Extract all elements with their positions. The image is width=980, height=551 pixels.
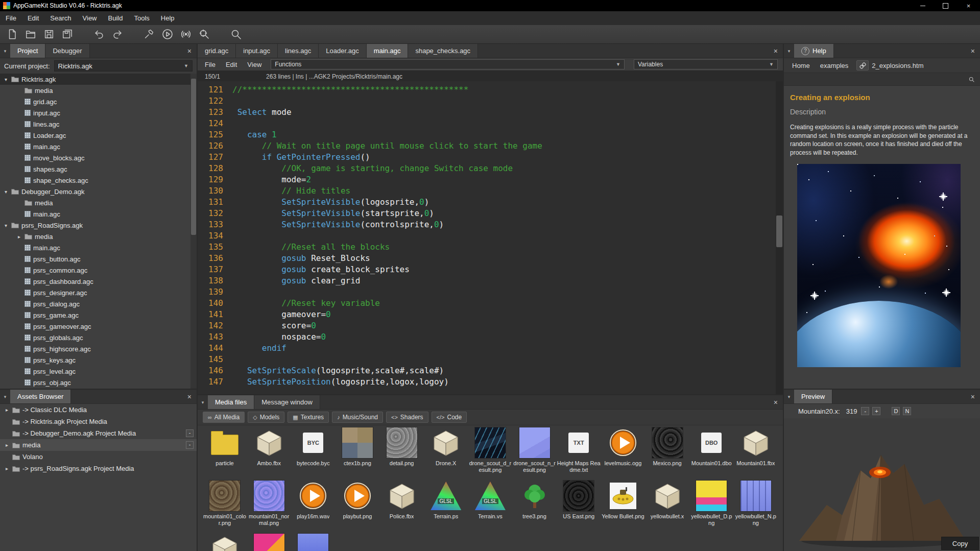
panel-menu-icon[interactable]: ▾	[784, 390, 794, 403]
tree-item-debugger-demo-agk[interactable]: ▾Debugger_Demo.agk	[0, 186, 190, 197]
media-item-levelmusic-ogg[interactable]: levelmusic.ogg	[601, 427, 645, 480]
tree-item-psrs-globals-agc[interactable]: psrs_globals.agc	[0, 332, 190, 343]
tree-item-psrs-button-agc[interactable]: psrs_button.agc	[0, 253, 190, 265]
filter-shaders[interactable]: <>Shaders	[386, 412, 428, 423]
media-item-police-fbx[interactable]: Police.fbx	[380, 480, 424, 533]
media-item-terrain-vs[interactable]: GLSLTerrain.vs	[468, 480, 512, 533]
editor-menu-edit[interactable]: Edit	[221, 60, 242, 69]
scrollbar-thumb[interactable]	[776, 215, 782, 247]
decrement-button[interactable]: -	[861, 407, 869, 415]
tree-item-input-agc[interactable]: input.agc	[0, 107, 190, 118]
tree-item-main-agc[interactable]: main.agc	[0, 208, 190, 220]
tree-item-grid-agc[interactable]: grid.agc	[0, 96, 190, 107]
editor-tab-grid-agc[interactable]: grid.agc	[198, 44, 236, 58]
tree-item-psrs-dashboard-agc[interactable]: psrs_dashboard.agc	[0, 276, 190, 287]
media-item-yellowbullet-d-png[interactable]: yellowbullet_D.png	[689, 480, 733, 533]
editor-tab-lines-agc[interactable]: lines.agc	[278, 44, 319, 58]
chevron-collapsed-icon[interactable]: ▸	[4, 442, 10, 448]
filter-code[interactable]: </>Code	[432, 412, 467, 423]
media-item[interactable]	[291, 533, 335, 551]
tree-item-media[interactable]: media	[0, 197, 190, 208]
tree-item-psrs-roadsigns-agk[interactable]: ▾psrs_RoadSigns.agk	[0, 220, 190, 231]
menu-search[interactable]: Search	[44, 12, 77, 24]
tree-item-media[interactable]: media	[0, 85, 190, 96]
media-item-ctex1b-png[interactable]: ctex1b.png	[336, 427, 379, 480]
media-item-mountain01-normal-png[interactable]: mountain01_normal.png	[247, 480, 291, 533]
asset-item-media[interactable]: ▸media-	[0, 439, 197, 451]
debug-button[interactable]	[195, 26, 213, 42]
tree-item-psrs-obj-agc[interactable]: psrs_obj.agc	[0, 377, 190, 388]
tree-item-psrs-designer-agc[interactable]: psrs_designer.agc	[0, 287, 190, 298]
help-panel-close-icon[interactable]: ×	[966, 44, 980, 58]
minimize-button[interactable]	[911, 0, 934, 11]
broadcast-button[interactable]	[177, 26, 195, 42]
new-file-button[interactable]	[3, 26, 21, 42]
assets-panel-close-icon[interactable]: ×	[182, 390, 197, 403]
copy-button[interactable]: Copy	[941, 537, 979, 550]
tree-item-psrs-level-agc[interactable]: psrs_level.agc	[0, 366, 190, 377]
media-item-drone-x[interactable]: Drone.X	[424, 427, 468, 480]
tree-item-psrs-gameover-agc[interactable]: psrs_gameover.agc	[0, 321, 190, 332]
tab-media-files[interactable]: Media files	[208, 395, 254, 409]
media-item-yellowbullet-x[interactable]: yellowbullet.x	[646, 480, 689, 533]
media-item-play16m-wav[interactable]: play16m.wav	[291, 480, 335, 533]
chevron-collapsed-icon[interactable]: ▸	[16, 234, 22, 239]
media-item-drone-scout-n-result-png[interactable]: drone_scout_n_result.png	[513, 427, 557, 480]
media-item-us-east-png[interactable]: US East.png	[557, 480, 601, 533]
media-item-tree3-png[interactable]: tree3.png	[513, 480, 557, 533]
filter-textures[interactable]: ▦Textures	[288, 412, 329, 423]
close-button[interactable]: ×	[957, 0, 980, 11]
tab-message-window[interactable]: Message window	[254, 395, 320, 409]
panel-menu-icon[interactable]: ▾	[0, 390, 10, 403]
media-panel-close-icon[interactable]: ×	[769, 395, 783, 409]
undo-button[interactable]	[90, 26, 108, 42]
diffuse-toggle-button[interactable]: D	[892, 407, 900, 415]
help-nav-examples[interactable]: examples	[815, 60, 854, 71]
collapse-minus-button[interactable]: -	[186, 429, 194, 437]
filter-all-media[interactable]: ∞All Media	[203, 412, 245, 423]
asset-item-debugger-demo-agk-project-media[interactable]: -> Debugger_Demo.agk Project Media-	[0, 427, 197, 439]
menu-tools[interactable]: Tools	[128, 12, 155, 24]
save-all-button[interactable]	[58, 26, 77, 42]
asset-item-volano[interactable]: Volano	[0, 451, 197, 463]
media-item-playbut-png[interactable]: playbut.png	[336, 480, 379, 533]
editor-scrollbar[interactable]	[776, 81, 783, 394]
help-search-bar[interactable]	[784, 73, 980, 86]
menu-edit[interactable]: Edit	[22, 12, 44, 24]
open-project-button[interactable]	[21, 26, 40, 42]
increment-button[interactable]: +	[872, 407, 880, 415]
tree-item-main-agc[interactable]: main.agc	[0, 141, 190, 152]
tree-item-psrs-highscore-agc[interactable]: psrs_highscore.agc	[0, 343, 190, 354]
editor-menu-view[interactable]: View	[242, 60, 267, 69]
editor-close-icon[interactable]: ×	[769, 44, 783, 58]
tree-item-media[interactable]: ▸media	[0, 231, 190, 242]
media-item-terrain-ps[interactable]: GLSLTerrain.ps	[424, 480, 468, 533]
media-item[interactable]	[247, 533, 291, 551]
help-nav-home[interactable]: Home	[787, 60, 815, 71]
normal-toggle-button[interactable]: N	[903, 407, 911, 415]
editor-tab-loader-agc[interactable]: Loader.agc	[319, 44, 366, 58]
tree-item-lines-agc[interactable]: lines.agc	[0, 118, 190, 130]
tab-assets-browser[interactable]: Assets Browser	[10, 390, 71, 403]
chevron-expanded-icon[interactable]: ▾	[3, 189, 9, 195]
tree-item-psrs-keys-agc[interactable]: psrs_keys.agc	[0, 354, 190, 366]
media-item-ambo-fbx[interactable]: Ambo.fbx	[247, 427, 291, 480]
tree-item-shape-checks-agc[interactable]: shape_checks.agc	[0, 175, 190, 186]
collapse-minus-button[interactable]: -	[186, 441, 194, 449]
current-project-dropdown[interactable]: Ricktris.agk ▼	[54, 60, 193, 71]
tree-item-shapes-agc[interactable]: shapes.agc	[0, 163, 190, 175]
scrollbar-thumb[interactable]	[191, 79, 196, 235]
editor-tab-shape-checks-agc[interactable]: shape_checks.agc	[408, 44, 478, 58]
tree-item-psrs-dialog-agc[interactable]: psrs_dialog.agc	[0, 298, 190, 309]
menu-file[interactable]: File	[0, 12, 22, 24]
editor-tab-main-agc[interactable]: main.agc	[367, 44, 409, 58]
panel-menu-icon[interactable]: ▾	[0, 44, 10, 58]
media-item-mountain01-fbx[interactable]: Mountain01.fbx	[734, 427, 778, 480]
asset-item-ricktris-agk-project-media[interactable]: -> Ricktris.agk Project Media	[0, 416, 197, 427]
menu-build[interactable]: Build	[103, 12, 129, 24]
panel-menu-icon[interactable]: ▾	[784, 44, 794, 58]
filter-music-sound[interactable]: ♪Music/Sound	[332, 412, 383, 423]
asset-item-classic-dlc-media[interactable]: ▸-> Classic DLC Media	[0, 404, 197, 416]
tree-item-psrs-common-agc[interactable]: psrs_common.agc	[0, 265, 190, 276]
preview-panel-close-icon[interactable]: ×	[966, 390, 980, 403]
